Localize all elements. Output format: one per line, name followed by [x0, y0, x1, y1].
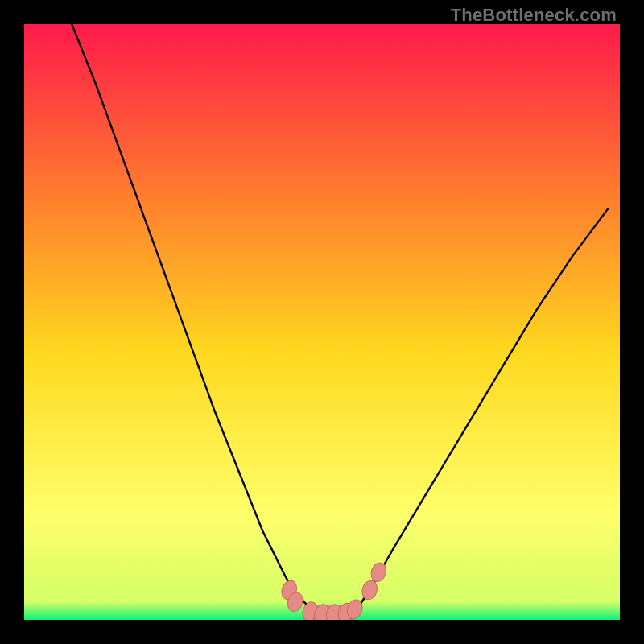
- gradient-background: [24, 24, 620, 620]
- chart-frame: [24, 24, 620, 620]
- watermark-text: TheBottleneck.com: [451, 5, 617, 26]
- chart-svg: [24, 24, 620, 620]
